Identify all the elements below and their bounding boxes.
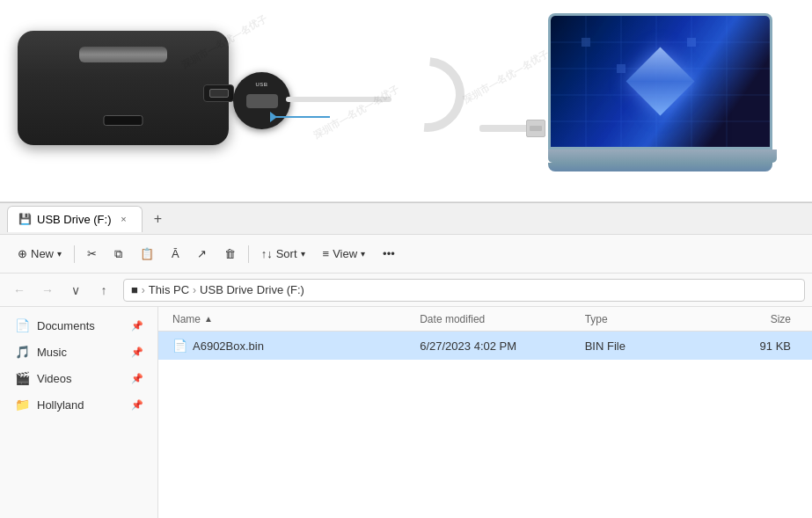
paste-icon: 📋 [140,247,154,260]
view-label: View [333,247,357,260]
sidebar: 📄 Documents 📌 🎵 Music 📌 🎬 Videos 📌 📁 Hol… [0,307,158,518]
cable-loop [375,42,480,148]
sidebar-item-documents[interactable]: 📄 Documents 📌 [4,312,154,339]
sort-button[interactable]: ↑↓ Sort ▾ [254,240,312,268]
address-path[interactable]: ■ › This PC › USB Drive Drive (F:) [123,279,805,302]
cable-end [479,125,532,132]
sidebar-item-videos[interactable]: 🎬 Videos 📌 [4,365,154,391]
svg-rect-11 [687,38,696,47]
rename-button[interactable]: Ā [165,240,187,268]
laptop-illustration [548,13,786,189]
blue-connection-line [273,116,330,118]
hollyland-pin-icon: 📌 [131,399,143,411]
share-button[interactable]: ↗ [190,240,214,268]
more-options-button[interactable]: ••• [376,240,402,268]
path-sep-1: › [142,284,145,296]
up-button[interactable]: ↑ [91,278,116,303]
toolbar-divider-1 [74,245,75,263]
svg-rect-9 [582,38,590,47]
sidebar-item-hollyland[interactable]: 📁 Hollyland 📌 [4,391,154,418]
path-drive-letter: Drive (F:) [257,283,304,296]
new-label: New [31,247,54,260]
path-sep-2: › [193,284,196,296]
paste-button[interactable]: 📋 [133,240,161,268]
bin-file-icon: 📄 [172,339,187,353]
more-icon: ••• [383,247,395,260]
new-dropdown-icon: ▾ [57,249,62,259]
delete-icon: 🗑 [224,247,236,260]
file-size-value: 91 KB [760,339,791,353]
view-icon: ≡ [323,247,330,260]
path-this-pc: This PC [149,283,189,296]
sidebar-label-music: Music [37,346,67,359]
toolbar-divider-2 [248,245,249,263]
file-explorer: 💾 USB Drive (F:) × + ⊕ New ▾ ✂ ⧉ 📋 Ā ↗ 🗑 [0,202,812,518]
tab-bar: 💾 USB Drive (F:) × + [0,203,812,235]
sidebar-label-documents: Documents [37,319,95,332]
new-tab-button[interactable]: + [146,207,171,231]
svg-rect-10 [617,64,625,73]
path-drive-icon: ■ [131,283,138,296]
file-date-value: 6/27/2023 4:02 PM [420,339,516,353]
cut-icon: ✂ [87,247,97,260]
column-header-name[interactable]: Name ▲ [165,313,420,325]
share-icon: ↗ [197,247,207,260]
tab-label: USB Drive (F:) [37,213,112,226]
address-bar: ← → ∨ ↑ ■ › This PC › USB Drive Drive (F… [0,274,812,307]
sidebar-label-hollyland: Hollyland [37,398,84,412]
usb-connector: USB [233,72,290,129]
file-date: 6/27/2023 4:02 PM [420,339,584,353]
file-type-value: BIN File [585,339,625,353]
forward-button[interactable]: → [35,278,60,303]
file-size: 91 KB [708,339,805,353]
sidebar-label-videos: Videos [37,372,72,385]
toolbar: ⊕ New ▾ ✂ ⧉ 📋 Ā ↗ 🗑 ↑↓ Sort ▾ ≡ [0,235,812,274]
tab-drive-icon: 💾 [18,213,32,225]
sort-dropdown-icon: ▾ [301,249,305,259]
copy-icon: ⧉ [114,247,122,261]
main-content: 📄 Documents 📌 🎵 Music 📌 🎬 Videos 📌 📁 Hol… [0,307,812,518]
videos-pin-icon: 📌 [131,373,143,384]
tab-usb-drive[interactable]: 💾 USB Drive (F:) × [7,206,143,232]
file-row-a6902box[interactable]: 📄 A6902Box.bin 6/27/2023 4:02 PM BIN Fil… [158,332,812,360]
new-button[interactable]: ⊕ New ▾ [11,240,69,268]
sort-arrow-icon: ▲ [204,314,213,324]
videos-icon: 🎬 [14,370,30,386]
copy-button[interactable]: ⧉ [107,240,129,268]
sidebar-item-music[interactable]: 🎵 Music 📌 [4,339,154,365]
delete-button[interactable]: 🗑 [217,240,243,268]
column-header-date[interactable]: Date modified [420,313,584,325]
documents-icon: 📄 [14,317,30,333]
sort-icon: ↑↓ [261,247,273,260]
rename-icon: Ā [172,247,179,260]
file-type: BIN File [585,339,709,353]
usb-hub-illustration [18,31,246,171]
sort-label: Sort [276,247,297,260]
recent-locations-button[interactable]: ∨ [63,278,88,303]
file-name-cell: 📄 A6902Box.bin [165,339,420,353]
column-name-label: Name [172,313,201,325]
new-icon: ⊕ [18,247,27,260]
music-pin-icon: 📌 [131,347,143,358]
view-button[interactable]: ≡ View ▾ [316,240,373,268]
music-icon: 🎵 [14,344,30,360]
hollyland-icon: 📁 [14,397,30,412]
column-date-label: Date modified [420,313,485,325]
usb-plug [526,120,545,137]
column-size-label: Size [771,313,791,325]
back-button[interactable]: ← [7,278,32,303]
column-header-size[interactable]: Size [708,313,805,325]
path-usb-drive: USB Drive [200,283,253,296]
view-dropdown-icon: ▾ [361,249,365,259]
file-name: A6902Box.bin [193,339,264,353]
cut-button[interactable]: ✂ [80,240,104,268]
documents-pin-icon: 📌 [131,320,143,332]
column-header-type[interactable]: Type [585,313,709,325]
column-type-label: Type [585,313,608,325]
cable-segment [286,97,391,102]
file-list-header: Name ▲ Date modified Type Size [158,307,812,332]
tab-close-button[interactable]: × [117,212,131,226]
device-connection-image: USB [0,0,812,202]
file-list: Name ▲ Date modified Type Size 📄 A6902Bo… [158,307,812,518]
